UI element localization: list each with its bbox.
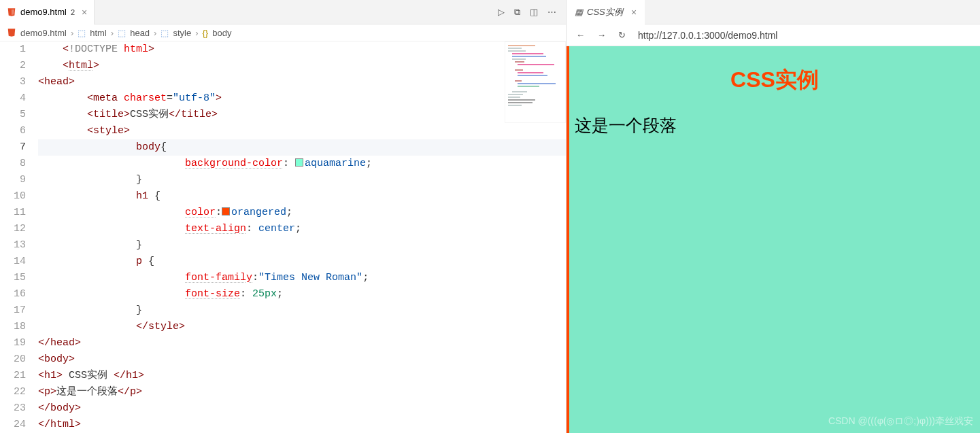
breadcrumb-item[interactable]: body xyxy=(212,28,231,38)
editor-tab[interactable]: demo9.html 2 × xyxy=(0,0,95,24)
preview-pane: ▦ CSS实例 × ← → ↻ http://127.0.0.1:3000/de… xyxy=(567,0,980,433)
editor-pane: demo9.html 2 × ▷ ⧉ ◫ ⋯ demo9.html › ⬚ ht… xyxy=(0,0,567,433)
back-button[interactable]: ← xyxy=(576,30,585,40)
breadcrumb-item[interactable]: head xyxy=(130,28,150,38)
line-number-gutter: 123456789101112131415161718192021222324 xyxy=(0,41,38,433)
more-icon[interactable]: ⋯ xyxy=(547,7,556,18)
preview-viewport: CSS实例 这是一个段落 CSDN @(((φ(◎ロ◎;)φ)))牵丝戏安 xyxy=(567,46,980,433)
watermark-text: CSDN @(((φ(◎ロ◎;)φ)))牵丝戏安 xyxy=(828,415,973,428)
chevron-right-icon: › xyxy=(71,28,73,38)
tab-filename: demo9.html xyxy=(20,7,67,17)
editor-tabbar: demo9.html 2 × ▷ ⧉ ◫ ⋯ xyxy=(0,0,566,24)
module-icon: ⬚ xyxy=(118,28,126,38)
forward-button[interactable]: → xyxy=(597,30,606,40)
code-area[interactable]: <!DOCTYPE html> <html><head> <meta chars… xyxy=(38,41,566,433)
breadcrumb-item[interactable]: style xyxy=(173,28,191,38)
split-icon[interactable]: ◫ xyxy=(530,7,538,18)
module-icon: ⬚ xyxy=(78,28,86,38)
reload-button[interactable]: ↻ xyxy=(618,30,626,40)
preview-tab[interactable]: ▦ CSS实例 × xyxy=(567,0,645,24)
preview-tab-title: CSS实例 xyxy=(587,6,623,18)
tab-dirty-badge: 2 xyxy=(71,8,75,16)
html5-icon xyxy=(7,28,16,37)
preview-paragraph: 这是一个段落 xyxy=(575,114,980,137)
close-icon[interactable]: × xyxy=(82,7,87,18)
chevron-right-icon: › xyxy=(154,28,156,38)
close-icon[interactable]: × xyxy=(631,7,637,18)
url-display[interactable]: http://127.0.0.1:3000/demo9.html xyxy=(638,30,777,41)
preview-heading: CSS实例 xyxy=(569,65,980,95)
preview-tabbar: ▦ CSS实例 × xyxy=(567,0,980,24)
breadcrumb-file[interactable]: demo9.html xyxy=(20,28,67,38)
code-editor[interactable]: 123456789101112131415161718192021222324 … xyxy=(0,41,566,433)
preview-icon: ▦ xyxy=(575,7,583,17)
minimap[interactable] xyxy=(505,41,566,123)
html5-icon xyxy=(7,7,16,17)
editor-toolbar: ▷ ⧉ ◫ ⋯ xyxy=(498,7,566,18)
preview-toolbar: ← → ↻ http://127.0.0.1:3000/demo9.html xyxy=(567,24,980,46)
braces-icon: {} xyxy=(203,28,209,38)
run-icon[interactable]: ▷ xyxy=(498,7,505,18)
module-icon: ⬚ xyxy=(160,28,169,38)
breadcrumb-item[interactable]: html xyxy=(90,28,107,38)
breadcrumb: demo9.html › ⬚ html › ⬚ head › ⬚ style ›… xyxy=(0,24,566,41)
chevron-right-icon: › xyxy=(111,28,114,38)
chevron-right-icon: › xyxy=(195,28,198,38)
diff-icon[interactable]: ⧉ xyxy=(514,7,520,18)
